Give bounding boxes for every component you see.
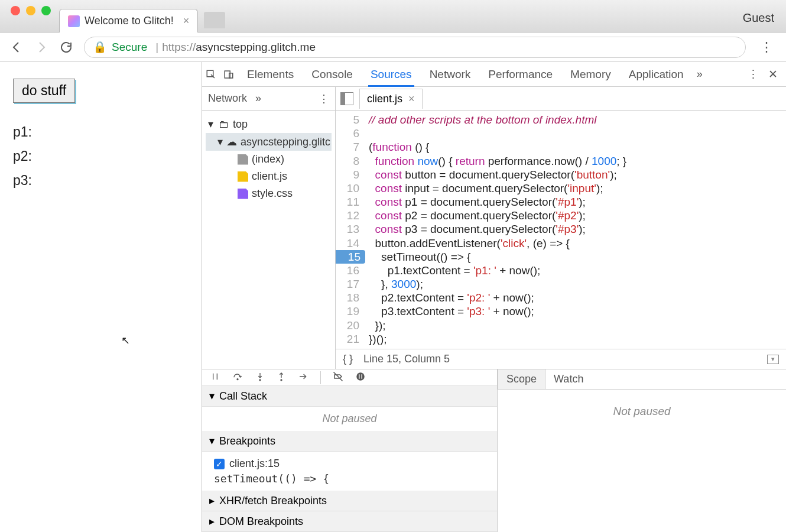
devtools-tab-network[interactable]: Network [427,62,473,87]
svg-point-3 [237,378,238,379]
step-icon[interactable] [298,372,308,384]
scope-tab[interactable]: Scope [498,369,545,389]
browser-menu-icon[interactable]: ⋮ [756,40,777,55]
step-out-icon[interactable] [277,372,286,384]
devtools-tab-console[interactable]: Console [309,62,355,87]
coverage-icon[interactable]: ▾ [767,355,779,364]
call-stack-header[interactable]: ▾Call Stack [202,386,497,407]
reload-button[interactable] [59,40,73,54]
navigator-menu-icon[interactable]: ⋮ [319,92,329,105]
editor-pane: client.js × 5678910111213141516171819202… [336,87,786,369]
xhr-breakpoints-header[interactable]: ▸XHR/fetch Breakpoints [202,491,497,511]
dom-breakpoints-header[interactable]: ▸DOM Breakpoints [202,511,497,532]
devtools-tabbar: ElementsConsoleSourcesNetworkPerformance… [202,62,786,87]
tree-top[interactable]: ▾🗀top [206,115,332,133]
traffic-lights [0,6,59,26]
minimize-window-icon[interactable] [26,6,35,15]
svg-point-5 [281,379,282,381]
new-tab-button[interactable] [204,12,225,28]
toggle-navigator-icon[interactable] [340,92,353,105]
devtools-menu-icon[interactable]: ⋮ [748,67,759,81]
pause-icon[interactable] [210,372,220,384]
forward-button[interactable] [34,40,48,54]
cursor-icon: ↖ [121,334,130,347]
checkbox-icon[interactable]: ✓ [214,459,225,469]
deactivate-breakpoints-icon[interactable] [333,371,343,384]
lock-icon: 🔒 [93,40,107,54]
device-toggle-icon[interactable] [220,69,238,80]
toolbar: 🔒 Secure | https://asyncstepping.glitch.… [0,33,786,62]
svg-point-4 [259,379,261,381]
tabs-overflow-icon[interactable]: » [697,68,703,80]
p3-text: p3: [13,173,189,189]
tab-strip: Welcome to Glitch! × [59,0,225,32]
back-button[interactable] [9,40,24,54]
profile-label[interactable]: Guest [731,4,786,32]
p2-text: p2: [13,148,189,164]
close-tab-icon[interactable]: × [178,15,190,27]
address-bar[interactable]: 🔒 Secure | https://asyncstepping.glitch.… [84,37,746,58]
maximize-window-icon[interactable] [41,6,51,15]
do-stuff-button[interactable]: do stuff [13,79,75,103]
devtools: ElementsConsoleSourcesNetworkPerformance… [202,62,786,532]
devtools-tab-memory[interactable]: Memory [568,62,613,87]
tree-host[interactable]: ▾☁asyncstepping.glitc [206,133,332,151]
step-into-icon[interactable] [255,372,265,384]
breakpoints-header[interactable]: ▾Breakpoints [202,431,497,452]
tree-file-clientjs[interactable]: client.js [206,168,332,185]
secure-label: Secure [112,41,147,54]
page-viewport: do stuff p1: p2: p3: ↖ [0,62,202,532]
code-editor[interactable]: 56789101112131415161718192021 // add oth… [336,111,786,349]
pause-on-exceptions-icon[interactable] [355,371,366,384]
devtools-tab-application[interactable]: Application [626,62,686,87]
svg-point-6 [356,372,365,381]
favicon-icon [68,15,80,27]
file-tree: ▾🗀top ▾☁asyncstepping.glitc (index) clie… [202,111,335,207]
call-stack-body: Not paused [202,407,497,431]
window-chrome: Welcome to Glitch! × Guest [0,0,786,33]
p1-text: p1: [13,124,189,140]
editor-status: { } Line 15, Column 5 ▾ [336,349,786,369]
devtools-tab-performance[interactable]: Performance [486,62,555,87]
devtools-tab-elements[interactable]: Elements [245,62,296,87]
navigator-pane: Network » ⋮ ▾🗀top ▾☁asyncstepping.glitc … [202,87,336,369]
debugger-toolbar [202,369,497,386]
close-file-icon[interactable]: × [408,93,415,105]
close-window-icon[interactable] [11,6,20,15]
browser-tab[interactable]: Welcome to Glitch! × [59,9,198,33]
devtools-close-icon[interactable]: ✕ [768,67,778,81]
scope-body: Not paused [498,390,786,532]
tree-file-index[interactable]: (index) [206,151,332,168]
navigator-overflow-icon[interactable]: » [255,92,261,105]
tab-title: Welcome to Glitch! [85,15,174,27]
cursor-position: Line 15, Column 5 [363,353,450,365]
inspect-icon[interactable] [202,69,220,80]
watch-tab[interactable]: Watch [545,369,592,389]
editor-file-tab[interactable]: client.js × [359,89,423,109]
debugger-pane: ▾Call Stack Not paused ▾Breakpoints ✓cli… [202,369,786,532]
navigator-tab[interactable]: Network [208,92,247,105]
format-icon[interactable]: { } [343,353,353,365]
tree-file-stylecss[interactable]: style.css [206,185,332,202]
breakpoint-item[interactable]: ✓client.js:15 setTimeout(() => { [202,452,497,491]
step-over-icon[interactable] [232,372,243,384]
devtools-tab-sources[interactable]: Sources [368,62,414,87]
